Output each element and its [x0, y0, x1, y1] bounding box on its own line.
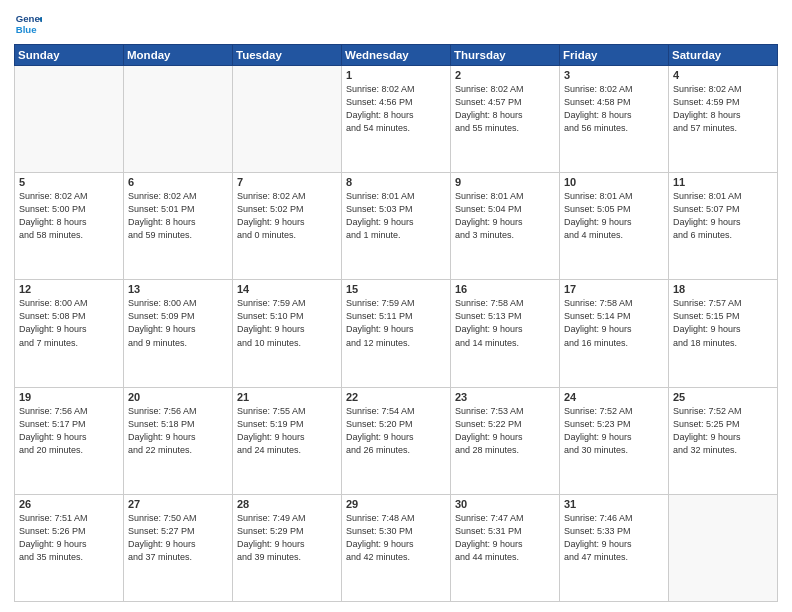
day-number: 31: [564, 498, 664, 510]
calendar-cell: 1Sunrise: 8:02 AM Sunset: 4:56 PM Daylig…: [342, 66, 451, 173]
col-header-tuesday: Tuesday: [233, 45, 342, 66]
calendar-cell: 7Sunrise: 8:02 AM Sunset: 5:02 PM Daylig…: [233, 173, 342, 280]
calendar-cell: 21Sunrise: 7:55 AM Sunset: 5:19 PM Dayli…: [233, 387, 342, 494]
col-header-wednesday: Wednesday: [342, 45, 451, 66]
day-info: Sunrise: 8:01 AM Sunset: 5:03 PM Dayligh…: [346, 190, 446, 242]
day-info: Sunrise: 7:59 AM Sunset: 5:10 PM Dayligh…: [237, 297, 337, 349]
day-number: 5: [19, 176, 119, 188]
day-info: Sunrise: 8:02 AM Sunset: 5:02 PM Dayligh…: [237, 190, 337, 242]
day-number: 1: [346, 69, 446, 81]
calendar-cell: 11Sunrise: 8:01 AM Sunset: 5:07 PM Dayli…: [669, 173, 778, 280]
day-info: Sunrise: 8:02 AM Sunset: 5:01 PM Dayligh…: [128, 190, 228, 242]
day-info: Sunrise: 7:54 AM Sunset: 5:20 PM Dayligh…: [346, 405, 446, 457]
day-number: 28: [237, 498, 337, 510]
day-info: Sunrise: 7:58 AM Sunset: 5:14 PM Dayligh…: [564, 297, 664, 349]
calendar-cell: 8Sunrise: 8:01 AM Sunset: 5:03 PM Daylig…: [342, 173, 451, 280]
day-info: Sunrise: 7:52 AM Sunset: 5:23 PM Dayligh…: [564, 405, 664, 457]
calendar-cell: 10Sunrise: 8:01 AM Sunset: 5:05 PM Dayli…: [560, 173, 669, 280]
calendar-week-5: 26Sunrise: 7:51 AM Sunset: 5:26 PM Dayli…: [15, 494, 778, 601]
day-number: 26: [19, 498, 119, 510]
day-info: Sunrise: 8:00 AM Sunset: 5:08 PM Dayligh…: [19, 297, 119, 349]
day-number: 24: [564, 391, 664, 403]
calendar-cell: 6Sunrise: 8:02 AM Sunset: 5:01 PM Daylig…: [124, 173, 233, 280]
calendar-week-4: 19Sunrise: 7:56 AM Sunset: 5:17 PM Dayli…: [15, 387, 778, 494]
header: General Blue: [14, 10, 778, 38]
col-header-monday: Monday: [124, 45, 233, 66]
day-number: 29: [346, 498, 446, 510]
day-number: 15: [346, 283, 446, 295]
day-info: Sunrise: 7:50 AM Sunset: 5:27 PM Dayligh…: [128, 512, 228, 564]
day-number: 21: [237, 391, 337, 403]
calendar-table: SundayMondayTuesdayWednesdayThursdayFrid…: [14, 44, 778, 602]
calendar-cell: 28Sunrise: 7:49 AM Sunset: 5:29 PM Dayli…: [233, 494, 342, 601]
day-number: 22: [346, 391, 446, 403]
day-info: Sunrise: 7:59 AM Sunset: 5:11 PM Dayligh…: [346, 297, 446, 349]
day-info: Sunrise: 7:56 AM Sunset: 5:17 PM Dayligh…: [19, 405, 119, 457]
calendar-cell: 25Sunrise: 7:52 AM Sunset: 5:25 PM Dayli…: [669, 387, 778, 494]
svg-text:General: General: [16, 13, 42, 24]
day-number: 3: [564, 69, 664, 81]
calendar-cell: 12Sunrise: 8:00 AM Sunset: 5:08 PM Dayli…: [15, 280, 124, 387]
day-info: Sunrise: 7:58 AM Sunset: 5:13 PM Dayligh…: [455, 297, 555, 349]
calendar-cell: 2Sunrise: 8:02 AM Sunset: 4:57 PM Daylig…: [451, 66, 560, 173]
day-number: 30: [455, 498, 555, 510]
calendar-cell: [669, 494, 778, 601]
calendar-header-row: SundayMondayTuesdayWednesdayThursdayFrid…: [15, 45, 778, 66]
calendar-cell: 19Sunrise: 7:56 AM Sunset: 5:17 PM Dayli…: [15, 387, 124, 494]
day-number: 9: [455, 176, 555, 188]
calendar-week-2: 5Sunrise: 8:02 AM Sunset: 5:00 PM Daylig…: [15, 173, 778, 280]
svg-text:Blue: Blue: [16, 24, 37, 35]
day-number: 23: [455, 391, 555, 403]
calendar-cell: 23Sunrise: 7:53 AM Sunset: 5:22 PM Dayli…: [451, 387, 560, 494]
day-number: 25: [673, 391, 773, 403]
logo: General Blue: [14, 10, 42, 38]
day-info: Sunrise: 8:02 AM Sunset: 4:58 PM Dayligh…: [564, 83, 664, 135]
col-header-sunday: Sunday: [15, 45, 124, 66]
calendar-cell: 22Sunrise: 7:54 AM Sunset: 5:20 PM Dayli…: [342, 387, 451, 494]
calendar-cell: 9Sunrise: 8:01 AM Sunset: 5:04 PM Daylig…: [451, 173, 560, 280]
day-info: Sunrise: 7:57 AM Sunset: 5:15 PM Dayligh…: [673, 297, 773, 349]
day-info: Sunrise: 7:47 AM Sunset: 5:31 PM Dayligh…: [455, 512, 555, 564]
calendar-cell: 24Sunrise: 7:52 AM Sunset: 5:23 PM Dayli…: [560, 387, 669, 494]
calendar-cell: 20Sunrise: 7:56 AM Sunset: 5:18 PM Dayli…: [124, 387, 233, 494]
page: General Blue SundayMondayTuesdayWednesda…: [0, 0, 792, 612]
calendar-cell: 26Sunrise: 7:51 AM Sunset: 5:26 PM Dayli…: [15, 494, 124, 601]
col-header-saturday: Saturday: [669, 45, 778, 66]
day-number: 27: [128, 498, 228, 510]
day-number: 6: [128, 176, 228, 188]
day-number: 14: [237, 283, 337, 295]
calendar-cell: 16Sunrise: 7:58 AM Sunset: 5:13 PM Dayli…: [451, 280, 560, 387]
day-number: 19: [19, 391, 119, 403]
day-number: 2: [455, 69, 555, 81]
calendar-cell: [15, 66, 124, 173]
calendar-week-1: 1Sunrise: 8:02 AM Sunset: 4:56 PM Daylig…: [15, 66, 778, 173]
day-info: Sunrise: 8:01 AM Sunset: 5:04 PM Dayligh…: [455, 190, 555, 242]
calendar-cell: [233, 66, 342, 173]
day-number: 7: [237, 176, 337, 188]
logo-icon: General Blue: [14, 10, 42, 38]
day-number: 16: [455, 283, 555, 295]
day-info: Sunrise: 8:02 AM Sunset: 5:00 PM Dayligh…: [19, 190, 119, 242]
col-header-friday: Friday: [560, 45, 669, 66]
calendar-week-3: 12Sunrise: 8:00 AM Sunset: 5:08 PM Dayli…: [15, 280, 778, 387]
calendar-cell: 27Sunrise: 7:50 AM Sunset: 5:27 PM Dayli…: [124, 494, 233, 601]
day-number: 13: [128, 283, 228, 295]
day-info: Sunrise: 7:55 AM Sunset: 5:19 PM Dayligh…: [237, 405, 337, 457]
calendar-cell: 15Sunrise: 7:59 AM Sunset: 5:11 PM Dayli…: [342, 280, 451, 387]
calendar-cell: 18Sunrise: 7:57 AM Sunset: 5:15 PM Dayli…: [669, 280, 778, 387]
day-info: Sunrise: 7:48 AM Sunset: 5:30 PM Dayligh…: [346, 512, 446, 564]
calendar-cell: [124, 66, 233, 173]
day-info: Sunrise: 7:46 AM Sunset: 5:33 PM Dayligh…: [564, 512, 664, 564]
day-info: Sunrise: 8:01 AM Sunset: 5:07 PM Dayligh…: [673, 190, 773, 242]
calendar-cell: 14Sunrise: 7:59 AM Sunset: 5:10 PM Dayli…: [233, 280, 342, 387]
calendar-cell: 4Sunrise: 8:02 AM Sunset: 4:59 PM Daylig…: [669, 66, 778, 173]
day-info: Sunrise: 8:02 AM Sunset: 4:59 PM Dayligh…: [673, 83, 773, 135]
col-header-thursday: Thursday: [451, 45, 560, 66]
day-number: 12: [19, 283, 119, 295]
day-number: 11: [673, 176, 773, 188]
day-number: 20: [128, 391, 228, 403]
day-info: Sunrise: 8:02 AM Sunset: 4:57 PM Dayligh…: [455, 83, 555, 135]
calendar-cell: 17Sunrise: 7:58 AM Sunset: 5:14 PM Dayli…: [560, 280, 669, 387]
day-number: 10: [564, 176, 664, 188]
day-info: Sunrise: 8:00 AM Sunset: 5:09 PM Dayligh…: [128, 297, 228, 349]
